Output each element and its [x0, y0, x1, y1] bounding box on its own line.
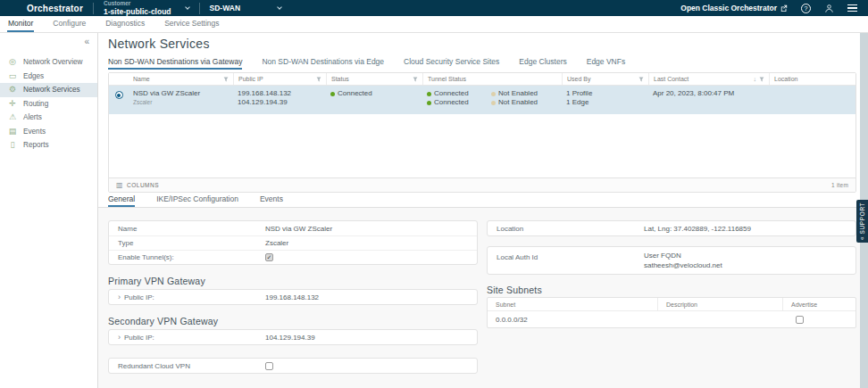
- network-overview-icon: ◎: [8, 58, 17, 66]
- nav-tab-monitor[interactable]: Monitor: [7, 16, 34, 32]
- column-header-last-contact: Last Contact ↓: [648, 73, 769, 85]
- tab-ike-ipsec-configuration[interactable]: IKE/IPSec Configuration: [156, 193, 238, 207]
- column-header-subnet: Subnet: [488, 298, 657, 310]
- radio-column-header: [109, 73, 129, 85]
- expand-caret-icon[interactable]: ›: [118, 334, 121, 342]
- enable-tunnels-checkbox[interactable]: ✓: [265, 253, 273, 261]
- location-label: Location: [488, 225, 644, 233]
- column-header-tunnel-status: Tunnel Status: [422, 73, 562, 85]
- expand-caret-icon[interactable]: ›: [118, 293, 121, 301]
- header-divider: [93, 3, 94, 14]
- location-value: Lat, Lng: 37.402889, -122.116859: [644, 225, 751, 233]
- table-header: Name Public IP Status Tunnel Status Used…: [109, 73, 855, 86]
- site-subnets-table: Subnet Description Advertise 0.0.0.0/32: [487, 297, 856, 328]
- filter-icon[interactable]: [223, 77, 229, 82]
- chevron-down-icon: [185, 4, 190, 10]
- column-header-advertise: Advertise: [782, 298, 857, 310]
- type-label: Type: [109, 239, 265, 247]
- filter-icon[interactable]: [638, 77, 644, 82]
- tab-edge-vnfs[interactable]: Edge VNFs: [587, 55, 625, 70]
- sidebar-item-label: Routing: [23, 100, 48, 108]
- sidebar-item-edges[interactable]: ▭ Edges: [0, 70, 97, 84]
- sidebar-item-reports[interactable]: ▯ Reports: [0, 138, 97, 153]
- nav-tab-configure[interactable]: Configure: [52, 16, 87, 32]
- edges-icon: ▭: [8, 72, 17, 80]
- nav-tab-diagnostics[interactable]: Diagnostics: [104, 16, 146, 32]
- detail-panel: Name NSD via GW ZScaler Type Zscaler Ena…: [98, 208, 860, 388]
- cell-last-contact: Apr 20, 2023, 8:00:47 PM: [648, 86, 769, 114]
- detail-tabs-wrap: General IKE/IPSec Configuration Events: [98, 193, 860, 208]
- primary-gateway-panel: › Public IP: 199.168.148.132: [108, 289, 478, 305]
- main-content: Network Services Non SD-WAN Destinations…: [98, 33, 860, 388]
- events-icon: ▤: [8, 128, 17, 136]
- nav-tab-service-settings[interactable]: Service Settings: [163, 16, 220, 32]
- primary-vpn-gateway-heading: Primary VPN Gateway: [108, 276, 478, 286]
- status-green-dot: [427, 92, 431, 96]
- site-subnet-row[interactable]: 0.0.0.0/32: [488, 310, 855, 327]
- user-icon[interactable]: [824, 4, 834, 13]
- sidebar-item-events[interactable]: ▤ Events: [0, 125, 97, 139]
- auth-value: satheesh@velocloud.net: [644, 260, 722, 270]
- column-header-status: Status: [326, 73, 422, 85]
- status-disabled-dot: [491, 101, 496, 105]
- tab-nsd-via-gateway[interactable]: Non SD-WAN Destinations via Gateway: [108, 55, 242, 70]
- help-icon[interactable]: ?: [801, 4, 811, 13]
- sidebar-item-label: Alerts: [23, 113, 42, 121]
- sort-descending-icon[interactable]: ↓: [754, 76, 757, 82]
- status-disabled-dot: [491, 92, 496, 96]
- status-green-dot: [427, 101, 431, 105]
- local-auth-id-label: Local Auth Id: [488, 251, 644, 261]
- support-tab[interactable]: « SUPPORT: [856, 200, 868, 243]
- chevron-down-icon: [277, 4, 282, 10]
- hamburger-menu-icon[interactable]: [847, 4, 857, 12]
- open-classic-orchestrator-link[interactable]: Open Classic Orchestrator: [680, 4, 788, 12]
- secondary-public-ip-value: 104.129.194.39: [265, 334, 315, 342]
- auth-type: User FQDN: [644, 251, 722, 260]
- tab-general[interactable]: General: [108, 193, 135, 207]
- sidebar-item-routing[interactable]: ✛ Routing: [0, 97, 97, 111]
- table-row[interactable]: NSD via GW ZScaler Zscaler 199.168.148.1…: [109, 86, 855, 114]
- site-subnets-header: Subnet Description Advertise: [488, 298, 855, 310]
- tab-nsd-via-edge[interactable]: Non SD-WAN Destinations via Edge: [262, 55, 384, 70]
- redundant-cloud-vpn-label: Redundant Cloud VPN: [109, 362, 265, 370]
- row-radio-selected[interactable]: [115, 91, 123, 99]
- tab-edge-clusters[interactable]: Edge Clusters: [519, 55, 566, 70]
- top-header: Orchestrator Customer 1-site-public-clou…: [0, 0, 868, 16]
- columns-button[interactable]: ▥ COLUMNS: [116, 181, 159, 189]
- orchestrator-app: Orchestrator Customer 1-site-public-clou…: [0, 0, 868, 388]
- sidebar-item-network-services[interactable]: ⚙ Network Services: [0, 83, 97, 97]
- location-panel: Location Lat, Lng: 37.402889, -122.11685…: [487, 220, 856, 236]
- secondary-public-ip-label: Public IP:: [124, 334, 154, 342]
- sidebar: « ◎ Network Overview ▭ Edges ⚙ Network S…: [0, 33, 98, 388]
- customer-dropdown[interactable]: Customer 1-site-public-cloud: [104, 1, 189, 16]
- filter-icon[interactable]: [413, 77, 418, 82]
- sidebar-collapse-icon[interactable]: «: [84, 37, 89, 46]
- cell-location: [769, 86, 855, 114]
- cell-public-ip: 199.168.148.132 104.129.194.39: [233, 86, 326, 114]
- columns-icon: ▥: [116, 181, 123, 189]
- primary-public-ip-label: Public IP:: [124, 293, 154, 301]
- filter-icon[interactable]: [759, 77, 764, 82]
- table-footer: ▥ COLUMNS 1 item: [109, 177, 855, 192]
- filter-icon[interactable]: [316, 77, 321, 82]
- column-header-name: Name: [129, 73, 233, 85]
- sidebar-item-label: Network Overview: [23, 58, 82, 66]
- alerts-icon: ⚠: [8, 113, 17, 121]
- app-brand: Orchestrator: [27, 4, 83, 13]
- status-green-dot: [330, 92, 335, 96]
- tab-events[interactable]: Events: [260, 193, 283, 207]
- subnet-value: 0.0.0.0/32: [488, 311, 657, 327]
- enable-tunnels-label: Enable Tunnel(s):: [109, 253, 265, 261]
- tab-cloud-security-sites[interactable]: Cloud Security Service Sites: [404, 55, 499, 70]
- product-dropdown[interactable]: SD-WAN: [210, 4, 281, 12]
- name-value: NSD via GW ZScaler: [265, 225, 332, 233]
- sidebar-item-alerts[interactable]: ⚠ Alerts: [0, 111, 97, 125]
- sidebar-item-label: Network Services: [23, 86, 80, 94]
- redundant-cloud-vpn-checkbox[interactable]: [265, 362, 273, 370]
- sidebar-item-network-overview[interactable]: ◎ Network Overview: [0, 55, 97, 70]
- type-value: Zscaler: [265, 239, 288, 247]
- general-info-panel: Name NSD via GW ZScaler Type Zscaler Ena…: [108, 220, 478, 265]
- redundant-cloud-vpn-panel: Redundant Cloud VPN: [108, 358, 478, 374]
- advertise-checkbox[interactable]: [796, 316, 804, 324]
- network-services-icon: ⚙: [8, 86, 17, 94]
